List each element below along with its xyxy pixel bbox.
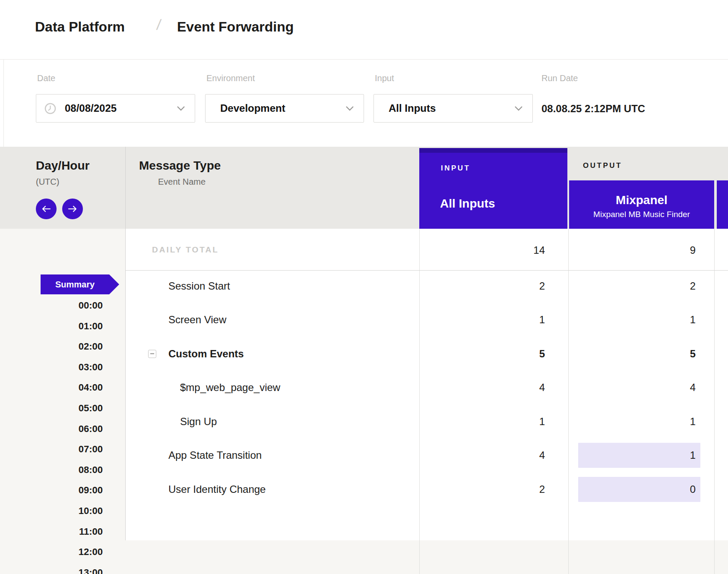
hour-rail-item[interactable]: 10:00 <box>79 501 103 521</box>
hour-rail-item[interactable]: 07:00 <box>79 439 103 459</box>
day-hour-column-subtitle: (UTC) <box>36 177 59 187</box>
event-name-label: Sign Up <box>180 416 217 428</box>
summary-badge-label: Summary <box>55 280 95 290</box>
breadcrumb-separator: / <box>155 16 162 33</box>
hour-rail-item[interactable]: 08:00 <box>79 460 103 480</box>
event-name-label: Session Start <box>168 280 230 292</box>
collapse-minus-icon[interactable] <box>148 350 156 358</box>
output-eyebrow-label: OUTPUT <box>583 161 622 170</box>
breadcrumb-event-forwarding: Event Forwarding <box>177 19 294 35</box>
output-count-value: 4 <box>690 382 696 394</box>
date-filter-label: Date <box>37 73 55 83</box>
hour-rail-item[interactable]: 11:00 <box>79 522 103 542</box>
input-value: All Inputs <box>389 102 436 114</box>
table-footer-background <box>125 540 728 574</box>
table-row: Sign Up 1 1 <box>0 404 728 438</box>
event-name-label: $mp_web_page_view <box>180 382 280 394</box>
next-day-button[interactable] <box>62 199 83 219</box>
input-count-value: 2 <box>539 483 545 495</box>
daily-total-label: DAILY TOTAL <box>152 245 219 255</box>
output-count-value: 5 <box>690 348 696 360</box>
input-count-value: 1 <box>539 416 545 428</box>
input-eyebrow-label: INPUT <box>441 164 471 173</box>
output-column-header-mixpanel[interactable]: Mixpanel Mixpanel MB Music Finder <box>569 180 714 229</box>
chevron-down-icon <box>345 106 354 111</box>
output-column-subtitle: Mixpanel MB Music Finder <box>569 210 714 219</box>
chevron-down-icon <box>514 106 523 111</box>
event-name-label: Custom Events <box>168 348 244 360</box>
date-dropdown[interactable]: 08/08/2025 <box>36 94 195 123</box>
environment-filter-label: Environment <box>206 73 255 83</box>
hour-rail-item[interactable]: 03:00 <box>79 357 103 377</box>
input-column-header[interactable]: INPUT All Inputs <box>419 148 567 229</box>
table-row: App State Transition 4 1 <box>0 438 728 473</box>
input-count-value: 4 <box>539 382 545 394</box>
breadcrumb-bar: Data Platform / Event Forwarding <box>0 0 728 60</box>
hour-rail-item[interactable]: 12:00 <box>79 542 103 562</box>
table-row: Custom Events 5 5 <box>0 337 728 371</box>
event-forwarding-page: Data Platform / Event Forwarding Date En… <box>0 0 728 574</box>
event-name-label: Screen View <box>168 314 226 326</box>
event-name-label: App State Transition <box>168 449 262 461</box>
output-column-title: Mixpanel <box>569 193 714 207</box>
clock-icon <box>44 103 56 114</box>
output-count-value: 1 <box>690 314 696 326</box>
output-count-value: 0 <box>690 483 696 495</box>
breadcrumb-data-platform[interactable]: Data Platform <box>35 19 125 35</box>
summary-row-badge[interactable]: Summary <box>41 274 109 294</box>
output-count-value: 2 <box>690 280 696 292</box>
hour-rail-item[interactable]: 09:00 <box>79 480 103 500</box>
input-dropdown[interactable]: All Inputs <box>373 94 533 123</box>
output-cell-highlight <box>578 443 700 468</box>
arrow-right-icon <box>67 205 78 213</box>
table-row: Screen View 1 1 <box>0 303 728 337</box>
run-date-value: 08.08.25 2:12PM UTC <box>541 103 645 115</box>
input-count-value: 2 <box>539 280 545 292</box>
message-type-column-title: Message Type <box>139 159 221 173</box>
output-count-value: 1 <box>690 449 696 461</box>
date-value: 08/08/2025 <box>65 102 117 114</box>
run-date-label: Run Date <box>541 73 578 83</box>
event-name-column-subtitle: Event Name <box>158 177 206 187</box>
daily-total-row: DAILY TOTAL 14 9 <box>125 229 728 271</box>
hour-rail-item[interactable]: 06:00 <box>79 419 103 439</box>
hour-rail-item[interactable]: 00:00 <box>79 296 103 315</box>
arrow-left-icon <box>41 205 51 213</box>
hour-rail-item[interactable]: 04:00 <box>79 378 103 397</box>
daily-total-output-value: 9 <box>690 244 696 256</box>
hour-rail-item[interactable]: 01:00 <box>79 316 103 336</box>
output-column-header-partial[interactable] <box>717 180 728 229</box>
environment-value: Development <box>220 102 285 114</box>
table-row: User Identity Change 2 0 <box>0 472 728 506</box>
day-hour-column-title: Day/Hour <box>36 159 89 173</box>
input-count-value: 1 <box>539 314 545 326</box>
hour-rail-item[interactable]: 13:00 <box>79 563 103 574</box>
output-count-value: 1 <box>690 416 696 428</box>
hour-rail-item[interactable]: 05:00 <box>79 398 103 418</box>
previous-day-button[interactable] <box>36 199 57 219</box>
input-filter-label: Input <box>375 73 394 83</box>
table-row: $mp_web_page_view 4 4 <box>0 371 728 405</box>
chevron-down-icon <box>177 106 185 111</box>
input-count-value: 5 <box>539 348 545 360</box>
output-cell-highlight <box>578 477 700 502</box>
hour-rail-item[interactable]: 02:00 <box>79 337 103 356</box>
environment-dropdown[interactable]: Development <box>205 94 364 123</box>
input-count-value: 4 <box>539 449 545 461</box>
event-name-label: User Identity Change <box>168 483 266 495</box>
daily-total-input-value: 14 <box>533 244 545 256</box>
input-column-title: All Inputs <box>440 197 495 211</box>
